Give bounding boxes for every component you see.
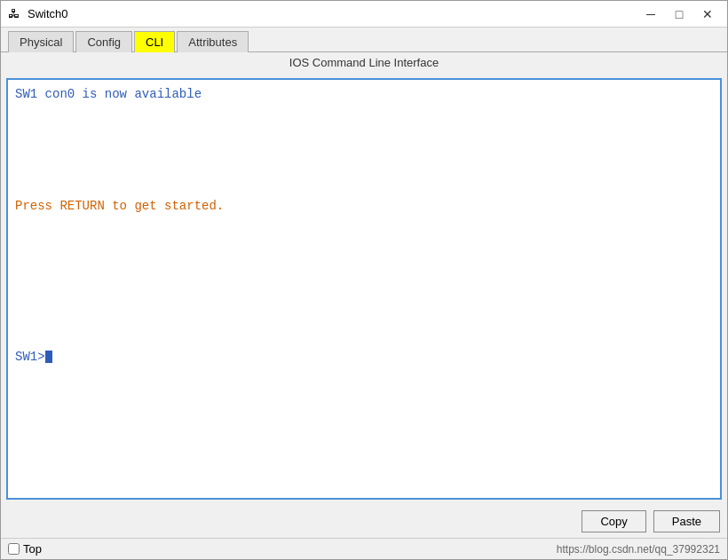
paste-button[interactable]: Paste: [653, 510, 720, 532]
close-button[interactable]: ✕: [695, 4, 720, 24]
terminal-line-13: [15, 327, 713, 346]
terminal-line-7: [15, 216, 713, 234]
tab-bar: Physical Config CLI Attributes: [1, 28, 727, 52]
status-link: https://blog.csdn.net/qq_37992321: [557, 543, 720, 556]
terminal-input-line: SW1>: [15, 350, 713, 364]
terminal-cursor: [45, 351, 52, 363]
copy-button[interactable]: Copy: [582, 510, 645, 532]
terminal-line-1: SW1 con0 is now available: [15, 85, 713, 104]
status-bar: Top https://blog.csdn.net/qq_37992321: [1, 538, 727, 559]
terminal-line-10: [15, 272, 713, 290]
app-icon: 🖧: [8, 7, 22, 21]
cli-container: SW1 con0 is now available Press RETURN t…: [1, 73, 727, 505]
button-bar: Copy Paste: [1, 505, 727, 538]
title-bar: 🖧 Switch0 ─ □ ✕: [1, 1, 727, 28]
window-title: Switch0: [28, 7, 68, 20]
window-controls: ─ □ ✕: [638, 4, 720, 24]
terminal-line-11: [15, 290, 713, 309]
terminal-content[interactable]: SW1 con0 is now available Press RETURN t…: [8, 80, 720, 498]
terminal-line-6: [15, 178, 713, 197]
tab-config[interactable]: Config: [75, 31, 132, 52]
top-checkbox[interactable]: [8, 543, 20, 555]
title-bar-left: 🖧 Switch0: [8, 7, 68, 21]
terminal-line-3: [15, 122, 713, 141]
top-checkbox-label[interactable]: Top: [8, 542, 42, 556]
tab-cli[interactable]: CLI: [134, 31, 175, 52]
terminal-line-9: [15, 253, 713, 272]
main-window: 🖧 Switch0 ─ □ ✕ Physical Config CLI Attr…: [0, 0, 728, 560]
maximize-button[interactable]: □: [667, 4, 692, 24]
terminal-line-4: [15, 141, 713, 160]
section-header: IOS Command Line Interface: [1, 52, 727, 73]
terminal-line-2: [15, 104, 713, 122]
terminal-line-return: Press RETURN to get started.: [15, 197, 713, 216]
terminal-line-12: [15, 309, 713, 327]
terminal-line-5: [15, 160, 713, 178]
terminal-line-8: [15, 234, 713, 253]
terminal-wrapper: SW1 con0 is now available Press RETURN t…: [6, 78, 722, 500]
tab-physical[interactable]: Physical: [8, 31, 74, 52]
tab-attributes[interactable]: Attributes: [177, 31, 249, 52]
minimize-button[interactable]: ─: [638, 4, 663, 24]
terminal-prompt: SW1>: [15, 350, 45, 364]
